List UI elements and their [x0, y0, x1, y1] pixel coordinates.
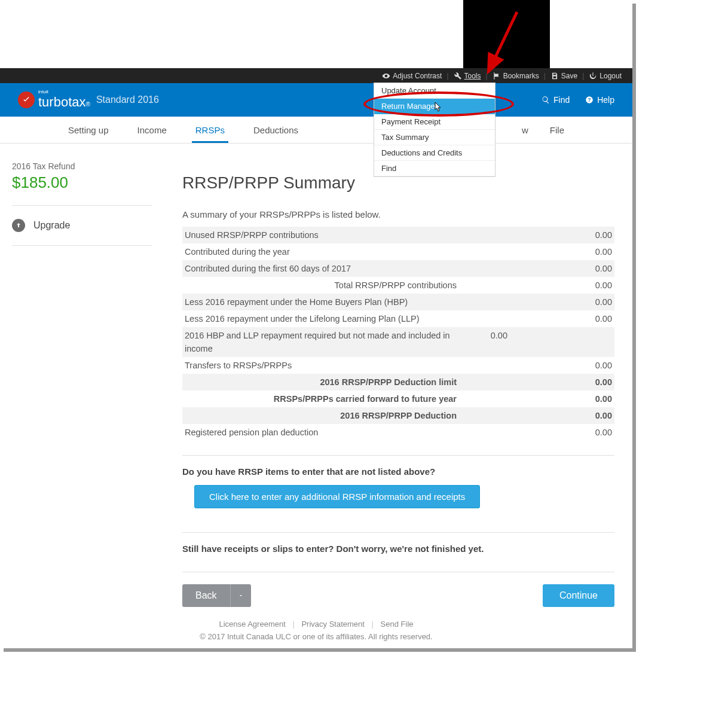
- upgrade-link[interactable]: Upgrade: [12, 219, 152, 232]
- row-value: 0.00: [564, 312, 612, 325]
- table-row: 2016 RRSP/PRPP Deduction limit0.00: [182, 374, 614, 390]
- upgrade-icon: [12, 219, 25, 232]
- search-icon: [542, 96, 550, 104]
- table-row: Transfers to RRSPs/PRPPs0.00: [182, 357, 614, 374]
- row-label: RRSPs/PRPPs carried forward to future ye…: [185, 392, 564, 405]
- table-row: Registered pension plan deduction0.00: [182, 424, 614, 441]
- table-row: RRSPs/PRPPs carried forward to future ye…: [182, 390, 614, 407]
- table-row: Contributed during the first 60 days of …: [182, 260, 614, 277]
- back-button-group: Back: [182, 584, 251, 607]
- find-label: Find: [553, 95, 570, 105]
- row-value: 0.00: [564, 426, 612, 439]
- row-value: 0.00: [564, 245, 612, 258]
- upgrade-label: Upgrade: [33, 220, 70, 231]
- bookmarks-label: Bookmarks: [503, 72, 539, 80]
- logo-check-circle: [18, 91, 35, 108]
- table-row: Total RRSP/PRPP contributions0.00: [182, 277, 614, 294]
- copyright: © 2017 Intuit Canada ULC or one of its a…: [0, 632, 632, 641]
- privacy-link[interactable]: Privacy Statement: [301, 620, 365, 629]
- row-label: Total RRSP/PRPP contributions: [185, 279, 564, 292]
- topbar: Adjust Contrast | Tools | Bookmarks | Sa…: [0, 68, 632, 83]
- row-label: Registered pension plan deduction: [185, 426, 564, 439]
- help-icon: ?: [585, 96, 594, 104]
- tools-menu-item[interactable]: Payment Receipt: [374, 114, 495, 130]
- rrsp-question: Do you have RRSP items to enter that are…: [182, 466, 614, 477]
- separator: |: [582, 72, 584, 80]
- adjust-contrast-label: Adjust Contrast: [393, 72, 442, 80]
- table-row: 2016 RRSP/PRPP Deduction0.00: [182, 407, 614, 424]
- row-value: 0.00: [460, 329, 507, 355]
- row-label: Less 2016 repayment under the Home Buyer…: [185, 295, 564, 309]
- back-dropdown[interactable]: [231, 584, 251, 607]
- tab-review-hidden[interactable]: w: [515, 117, 536, 143]
- tools-menu-item[interactable]: Return Manager: [374, 99, 495, 114]
- main-content: RRSP/PRPP Summary A summary of your RRSP…: [164, 144, 632, 648]
- adjust-contrast-link[interactable]: Adjust Contrast: [382, 72, 442, 80]
- help-link[interactable]: ? Help: [585, 95, 614, 105]
- sendfile-link[interactable]: Send File: [381, 620, 414, 629]
- save-link[interactable]: Save: [550, 72, 577, 80]
- row-value: 0.00: [564, 295, 612, 309]
- license-link[interactable]: License Agreement: [219, 620, 286, 629]
- tab-income[interactable]: Income: [123, 117, 181, 143]
- power-icon: [589, 72, 597, 80]
- row-label: 2016 RRSP/PRPP Deduction: [185, 409, 564, 422]
- logo-edition: Standard 2016: [96, 94, 159, 105]
- logout-link[interactable]: Logout: [589, 72, 622, 80]
- wrench-icon: [454, 72, 462, 80]
- sidebar: 2016 Tax Refund $185.00 Upgrade: [0, 144, 164, 648]
- row-value: 0.00: [564, 392, 612, 405]
- eye-icon: [382, 72, 390, 80]
- chevron-down-icon: [238, 593, 244, 599]
- row-label: Less 2016 repayment under the Lifelong L…: [185, 312, 564, 325]
- refund-label: 2016 Tax Refund: [12, 161, 152, 171]
- refund-amount: $185.00: [12, 173, 152, 192]
- summary-subtitle: A summary of your RRSPs/PRPPs is listed …: [182, 209, 614, 219]
- logout-label: Logout: [599, 72, 622, 80]
- tools-menu-item[interactable]: Deductions and Credits: [374, 145, 495, 161]
- table-row: Contributed during the year0.00: [182, 243, 614, 260]
- tools-menu-item[interactable]: Find: [374, 161, 495, 176]
- row-value: 0.00: [564, 228, 612, 242]
- blue-header: intuit turbotax® Standard 2016 Find ? He…: [0, 83, 632, 117]
- logo-parent: intuit: [38, 90, 90, 94]
- separator: |: [544, 72, 546, 80]
- separator: |: [486, 72, 488, 80]
- still-have-receipts-note: Still have receipts or slips to enter? D…: [182, 544, 614, 554]
- tools-menu: Update AccountReturn ManagerPayment Rece…: [374, 83, 495, 177]
- find-link[interactable]: Find: [542, 95, 570, 105]
- row-value: 0.00: [564, 279, 612, 292]
- footer: License Agreement | Privacy Statement | …: [0, 620, 632, 641]
- tools-link[interactable]: Tools: [454, 72, 481, 80]
- row-value: 0.00: [564, 359, 612, 372]
- table-row: Less 2016 repayment under the Lifelong L…: [182, 310, 614, 327]
- separator: |: [446, 72, 448, 80]
- tab-file[interactable]: File: [536, 117, 579, 143]
- tab-setting-up[interactable]: Setting up: [54, 117, 123, 143]
- row-value: 0.00: [564, 409, 612, 422]
- tools-menu-item[interactable]: Tax Summary: [374, 130, 495, 145]
- row-label: Contributed during the year: [185, 245, 564, 258]
- tab-deductions[interactable]: Deductions: [239, 117, 313, 143]
- nav-tabs: Setting up Income RRSPs Deductions w Fil…: [0, 117, 632, 144]
- help-label: Help: [597, 95, 614, 105]
- row-label: Contributed during the first 60 days of …: [185, 262, 564, 275]
- row-label: Unused RRSP/PRPP contributions: [185, 228, 564, 242]
- flag-icon: [493, 72, 501, 80]
- row-label: 2016 RRSP/PRPP Deduction limit: [185, 376, 564, 389]
- tab-rrsps[interactable]: RRSPs: [181, 117, 239, 143]
- continue-button[interactable]: Continue: [543, 584, 614, 607]
- tools-menu-item[interactable]: Update Account: [374, 83, 495, 99]
- row-label: Transfers to RRSPs/PRPPs: [185, 359, 564, 372]
- save-label: Save: [561, 72, 577, 80]
- save-icon: [550, 72, 559, 80]
- bookmarks-link[interactable]: Bookmarks: [493, 72, 539, 80]
- summary-table: Unused RRSP/PRPP contributions0.00Contri…: [182, 227, 614, 441]
- tools-label: Tools: [464, 72, 481, 80]
- row-value: 0.00: [564, 376, 612, 389]
- back-button[interactable]: Back: [182, 584, 231, 607]
- row-value: 0.00: [564, 262, 612, 275]
- table-row: Unused RRSP/PRPP contributions0.00: [182, 227, 614, 243]
- additional-rrsp-button[interactable]: Click here to enter any additional RRSP …: [194, 485, 480, 508]
- table-row: 2016 HBP and LLP repayment required but …: [182, 327, 614, 357]
